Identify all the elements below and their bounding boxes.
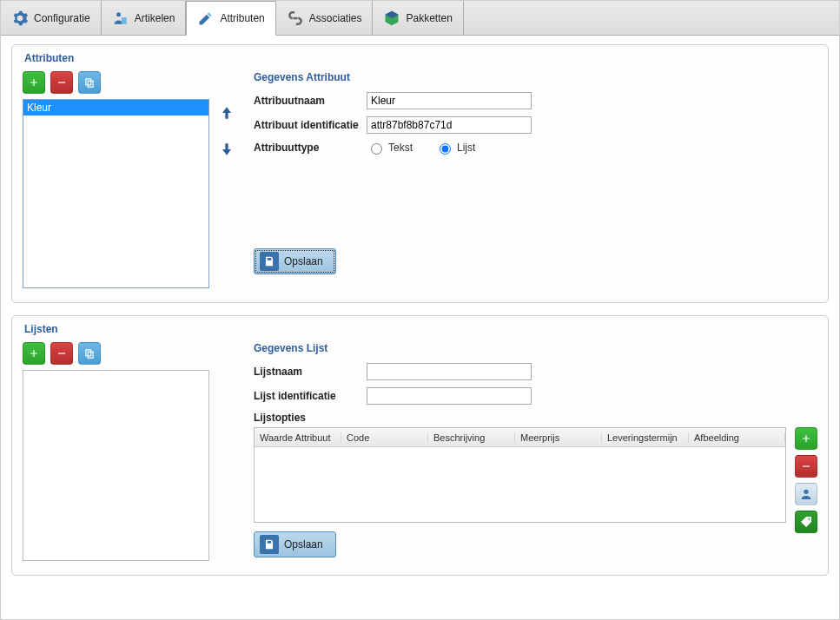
panel-title-lijsten: Lijsten [24,323,817,335]
save-button-label: Opslaan [284,538,323,551]
add-list-button[interactable] [23,342,45,365]
attributen-toolbar [23,71,240,94]
tab-bar: Configuratie Artikelen Attributen Associ… [1,1,839,36]
svg-point-7 [808,518,810,520]
tab-label: Pakketten [406,12,452,24]
section-title-gegevens-attribuut: Gegevens Attribuut [254,71,817,83]
type-tekst-radio[interactable]: Tekst [367,141,413,155]
save-list-button[interactable]: Opslaan [254,531,336,557]
tab-associaties[interactable]: Associaties [276,1,374,35]
save-button-label: Opslaan [284,255,323,267]
attribuut-id-label: Attribuut identificatie [254,119,367,131]
lijstopties-table[interactable]: Waarde Attribuut Code Beschrijving Meerp… [254,427,786,523]
remove-option-button[interactable] [795,455,817,478]
save-attribute-button[interactable]: Opslaan [254,248,336,274]
column-header-leveringstermijn[interactable]: Leveringstermijn [602,432,689,443]
type-lijst-radio[interactable]: Lijst [435,141,475,155]
attribuutnaam-label: Attribuutnaam [254,95,367,107]
lijsten-toolbar [23,342,240,365]
column-header-code[interactable]: Code [341,432,428,443]
tab-label: Configuratie [34,12,90,24]
move-down-button[interactable] [218,141,235,158]
edit-icon [197,10,215,27]
type-tekst-radio-input[interactable] [371,143,382,155]
radio-label: Lijst [457,142,475,154]
remove-list-button[interactable] [50,342,73,365]
attribuuttype-label: Attribuuttype [254,142,367,154]
tab-attributen[interactable]: Attributen [186,1,275,36]
content-area: Attributen [1,36,839,619]
type-lijst-radio-input[interactable] [440,143,451,155]
tab-label: Associaties [309,12,362,24]
lijst-id-input[interactable] [367,387,532,405]
lijst-id-label: Lijst identificatie [254,390,367,402]
radio-label: Tekst [388,142,413,154]
list-item[interactable]: Kleur [23,100,208,115]
user-option-button[interactable] [795,483,817,505]
add-option-button[interactable] [795,427,817,450]
attribute-listbox[interactable]: Kleur [23,99,209,288]
lijstnaam-input[interactable] [367,363,532,380]
column-header-meerprijs[interactable]: Meerprijs [515,432,602,443]
tag-option-button[interactable] [795,511,817,533]
column-header-waarde[interactable]: Waarde Attribuut [255,432,341,443]
person-icon [112,10,129,27]
attribuut-id-input[interactable] [367,116,532,134]
column-header-afbeelding[interactable]: Afbeelding [689,432,785,443]
tab-pakketten[interactable]: Pakketten [373,1,463,35]
section-title-gegevens-lijst: Gegevens Lijst [254,342,817,354]
lijstopties-side-toolbar [795,427,817,557]
list-listbox[interactable] [23,370,209,561]
remove-attribute-button[interactable] [50,71,73,94]
panel-title-attributen: Attributen [24,52,817,64]
save-icon [260,252,279,271]
svg-point-6 [804,490,808,494]
svg-rect-1 [122,17,127,23]
attribuutnaam-input[interactable] [367,92,532,109]
tab-label: Attributen [220,12,264,24]
column-header-beschrijving[interactable]: Beschrijving [428,432,515,443]
panel-attributen: Attributen [11,44,829,303]
move-up-button[interactable] [218,104,235,122]
panel-lijsten: Lijsten [11,315,829,576]
copy-list-button[interactable] [78,342,101,365]
save-icon [260,535,279,554]
lijstnaam-label: Lijstnaam [254,366,367,378]
add-attribute-button[interactable] [23,71,45,94]
tab-artikelen[interactable]: Artikelen [102,1,187,35]
link-icon [287,10,304,27]
lijstopties-label: Lijstopties [254,412,367,424]
table-header-row: Waarde Attribuut Code Beschrijving Meerp… [255,428,785,447]
svg-point-0 [116,12,121,16]
tab-configuratie[interactable]: Configuratie [1,1,102,35]
copy-attribute-button[interactable] [78,71,101,94]
tab-label: Artikelen [135,12,175,24]
gear-icon [11,10,29,27]
box-icon [383,10,400,27]
